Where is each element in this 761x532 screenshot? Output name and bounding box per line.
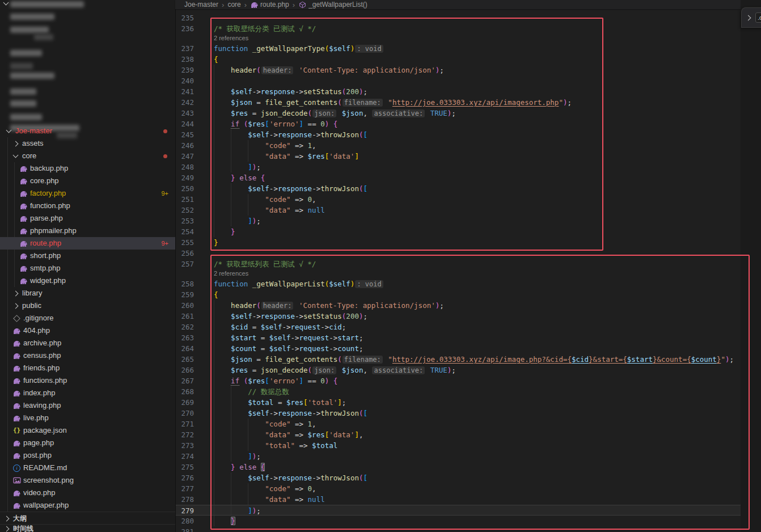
- tree-item-widget.php[interactable]: widget.php: [0, 275, 175, 287]
- redacted-item[interactable]: [10, 73, 54, 79]
- redacted-item[interactable]: [10, 50, 42, 56]
- codelens-references[interactable]: 2 references: [175, 269, 741, 278]
- chevron-right-icon[interactable]: [746, 15, 751, 20]
- code-line-273[interactable]: 273 "total" => $total: [175, 440, 741, 451]
- tree-item-leaving.php[interactable]: leaving.php: [0, 399, 175, 412]
- code-line-278[interactable]: 278 "data" => null: [175, 494, 741, 505]
- tree-item-parse.php[interactable]: parse.php: [0, 212, 175, 225]
- code-line-265[interactable]: 265 $json = file_get_contents(filename: …: [175, 354, 741, 365]
- tree-item-.gitignore[interactable]: .gitignore: [0, 312, 175, 324]
- code-line-238[interactable]: 238{: [175, 54, 741, 65]
- redacted-item[interactable]: [10, 114, 42, 120]
- code-line-263[interactable]: 263 $start = $self->request->start;: [175, 332, 741, 343]
- tree-item-video.php[interactable]: video.php: [0, 487, 175, 499]
- tree-item-library[interactable]: library: [0, 287, 175, 299]
- code-line-246[interactable]: 246 "code" => 1,: [175, 140, 741, 151]
- tree-item-package.json[interactable]: {}package.json: [0, 424, 175, 437]
- code-line-241[interactable]: 241 $self->response->setStatus(200);: [175, 86, 741, 97]
- tree-item-census.php[interactable]: census.php: [0, 349, 175, 362]
- code-line-275[interactable]: 275 } else {: [175, 462, 741, 472]
- tree-item-screenshot.png[interactable]: screenshot.png: [0, 474, 175, 487]
- code-line-254[interactable]: 254 }: [175, 226, 741, 237]
- tree-item-Joe-master[interactable]: Joe-master: [0, 125, 175, 137]
- code-line-247[interactable]: 247 "data" => $res['data']: [175, 151, 741, 162]
- code-line-251[interactable]: 251 "code" => 0,: [175, 194, 741, 205]
- code-line-280[interactable]: 280 }: [175, 516, 741, 526]
- code-line-239[interactable]: 239 header(header: 'Content-Type: applic…: [175, 65, 741, 75]
- tree-item-core.php[interactable]: core.php: [0, 175, 175, 187]
- code-line-269[interactable]: 269 $total = $res['total'];: [175, 397, 741, 408]
- code-line-276[interactable]: 276 $self->response->throwJson([: [175, 472, 741, 483]
- code-line-279[interactable]: 279 ]);: [175, 505, 741, 516]
- php-file-icon: [12, 414, 21, 422]
- code-line-274[interactable]: 274 ]);: [175, 451, 741, 462]
- tree-item-short.php[interactable]: short.php: [0, 250, 175, 262]
- tree-item-core[interactable]: core: [0, 150, 175, 162]
- code-line-264[interactable]: 264 $count = $self->request->count;: [175, 343, 741, 354]
- code-line-248[interactable]: 248 ]);: [175, 162, 741, 172]
- tree-item-route.php[interactable]: route.php9+: [0, 237, 175, 250]
- code-line-261[interactable]: 261 $self->response->setStatus(200);: [175, 311, 741, 322]
- code-line-262[interactable]: 262 $cid = $self->request->cid;: [175, 322, 741, 332]
- redacted-item[interactable]: [10, 88, 36, 95]
- redacted-item[interactable]: [10, 14, 54, 20]
- tree-item-README.md[interactable]: iREADME.md: [0, 462, 175, 474]
- code-line-256[interactable]: 256: [175, 248, 741, 259]
- redacted-item[interactable]: [34, 34, 53, 40]
- code-line-259[interactable]: 259{: [175, 289, 741, 300]
- code-line-266[interactable]: 266 $res = json_decode(json: $json, asso…: [175, 365, 741, 375]
- code-line-253[interactable]: 253 ]);: [175, 216, 741, 226]
- code-line-240[interactable]: 240: [175, 75, 741, 86]
- tree-item-post.php[interactable]: post.php: [0, 449, 175, 462]
- code-line-260[interactable]: 260 header(header: 'Content-Type: applic…: [175, 300, 741, 311]
- code-line-244[interactable]: 244 if ($res['errno'] == 0) {: [175, 119, 741, 129]
- code-line-249[interactable]: 249 } else {: [175, 172, 741, 183]
- redacted-item[interactable]: [10, 27, 49, 33]
- tree-item-404.php[interactable]: 404.php: [0, 324, 175, 337]
- code-line-237[interactable]: 237function _getWallpaperType($self): vo…: [175, 43, 741, 54]
- tree-item-friends.php[interactable]: friends.php: [0, 362, 175, 374]
- tree-item-label: library: [22, 287, 42, 299]
- code-line-250[interactable]: 250 $self->response->throwJson([: [175, 183, 741, 194]
- breadcrumb-item-route.php[interactable]: route.php: [250, 1, 289, 9]
- tree-item-phpmailer.php[interactable]: phpmailer.php: [0, 225, 175, 237]
- tree-item-functions.php[interactable]: functions.php: [0, 374, 175, 387]
- secondary-editor-tab[interactable]: .c: [755, 12, 761, 23]
- code-line-235[interactable]: 235: [175, 12, 741, 23]
- code-line-236[interactable]: 236/* 获取壁纸分类 已测试 √ */: [175, 23, 741, 34]
- code-line-277[interactable]: 277 "code" => 0,: [175, 483, 741, 494]
- code-line-content: [214, 12, 741, 23]
- sidebar-panel-timeline[interactable]: 时间线: [0, 524, 175, 532]
- code-line-268[interactable]: 268 // 数据总数: [175, 386, 741, 397]
- tree-item-archive.php[interactable]: archive.php: [0, 337, 175, 349]
- code-line-272[interactable]: 272 "data" => $res['data'],: [175, 429, 741, 440]
- code-line-257[interactable]: 257/* 获取壁纸列表 已测试 √ */: [175, 259, 741, 269]
- code-line-281[interactable]: 281: [175, 526, 741, 532]
- breadcrumb-item-core[interactable]: core: [227, 1, 240, 9]
- code-line-243[interactable]: 243 $res = json_decode(json: $json, asso…: [175, 108, 741, 119]
- tree-item-live.php[interactable]: live.php: [0, 412, 175, 424]
- code-line-242[interactable]: 242 $json = file_get_contents(filename: …: [175, 97, 741, 108]
- breadcrumb-item-Joe-master[interactable]: Joe-master: [184, 1, 218, 9]
- chevron-down-icon[interactable]: [3, 0, 9, 5]
- code-line-271[interactable]: 271 "code" => 1,: [175, 419, 741, 429]
- tree-item-wallpaper.php[interactable]: wallpaper.php: [0, 499, 175, 512]
- redacted-item[interactable]: [10, 100, 36, 107]
- redacted-item[interactable]: [10, 63, 33, 69]
- code-line-255[interactable]: 255}: [175, 237, 741, 248]
- tree-item-page.php[interactable]: page.php: [0, 437, 175, 449]
- tree-item-index.php[interactable]: index.php: [0, 387, 175, 399]
- code-line-258[interactable]: 258function _getWallpaperList($self): vo…: [175, 278, 741, 289]
- tree-item-backup.php[interactable]: backup.php: [0, 162, 175, 175]
- tree-item-smtp.php[interactable]: smtp.php: [0, 262, 175, 275]
- codelens-references[interactable]: 2 references: [175, 34, 741, 43]
- code-line-252[interactable]: 252 "data" => null: [175, 205, 741, 216]
- tree-item-public[interactable]: public: [0, 299, 175, 312]
- tree-item-function.php[interactable]: function.php: [0, 200, 175, 212]
- code-line-267[interactable]: 267 if ($res['errno'] == 0) {: [175, 375, 741, 386]
- tree-item-factory.php[interactable]: factory.php9+: [0, 187, 175, 200]
- code-line-245[interactable]: 245 $self->response->throwJson([: [175, 129, 741, 140]
- code-line-270[interactable]: 270 $self->response->throwJson([: [175, 408, 741, 419]
- tree-item-assets[interactable]: assets: [0, 137, 175, 150]
- breadcrumb-item-_getWallpaperList[interactable]: _getWallpaperList(): [298, 1, 367, 9]
